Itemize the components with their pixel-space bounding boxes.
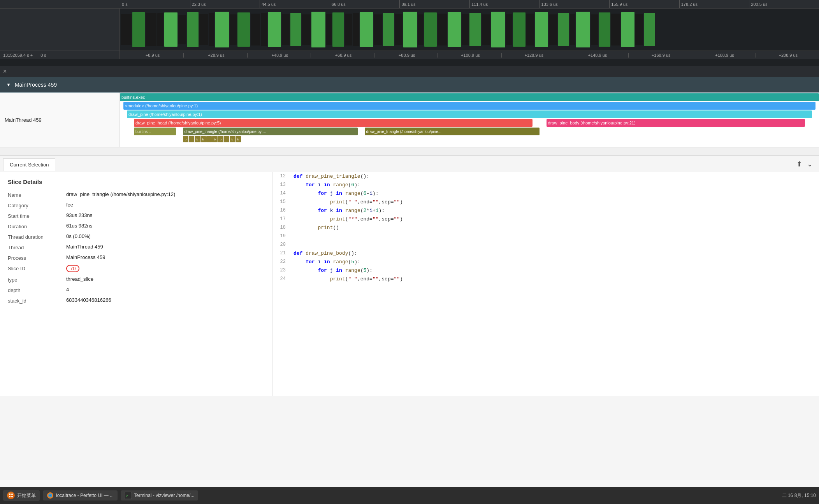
code-line-21: 21 def draw_pine_body(): <box>272 249 819 258</box>
line-num-13: 13 <box>272 181 292 187</box>
trace-bar-builtins-small-label: builtins... <box>135 130 151 134</box>
ruler-btick-10: +208.9 us <box>756 53 819 58</box>
trace-bar-draw-pine-head-label: draw_pine_head (/home/shiyanlou/pine.py:… <box>135 121 221 125</box>
line-num-20: 20 <box>272 241 292 247</box>
line-num-17: 17 <box>272 215 292 222</box>
ruler-btick-1: +28.9 us <box>183 53 247 58</box>
detail-label-slice-id: Slice ID <box>8 265 66 271</box>
detail-value-duration: 61us 982ns <box>66 223 264 229</box>
line-num-15: 15 <box>272 198 292 205</box>
ruler-btick-0: +8.9 us <box>120 53 183 58</box>
detail-value-start-time: 93us 233ns <box>66 212 264 218</box>
trace-bars[interactable]: builtins.exec <module> (/home/shiyanlou/… <box>120 93 819 147</box>
ruler-bottom-left: 13152059.4 s + 0 s <box>0 51 120 59</box>
thread-name: MainThread 459 <box>5 117 42 123</box>
trace-bar-draw-pine-body[interactable]: draw_pine_body (/home/shiyanlou/pine.py:… <box>547 119 805 127</box>
detail-row-process: Process MainProcess 459 <box>8 254 264 261</box>
line-num-22: 22 <box>272 258 292 264</box>
trace-bar-row-5: builtins... draw_pine_triangle (/home/sh… <box>120 128 819 136</box>
line-content-23: for j in range(5): <box>292 267 819 273</box>
line-num-12: 12 <box>272 173 292 179</box>
detail-row-thread: Thread MainThread 459 <box>8 244 264 250</box>
code-line-19: 19 <box>272 232 819 241</box>
timeline-ruler-bottom: 13152059.4 s + 0 s +8.9 us +28.9 us +48.… <box>0 51 819 59</box>
detail-label-type: type <box>8 276 66 283</box>
process-header[interactable]: ▼ MainProcess 459 <box>0 77 819 93</box>
detail-value-process: MainProcess 459 <box>66 254 264 260</box>
panel-content: Slice Details Name draw_pine_triangle (/… <box>0 172 819 396</box>
line-num-18: 18 <box>272 224 292 230</box>
current-selection-tab-label: Current Selection <box>10 162 49 168</box>
svg-point-2 <box>9 496 11 497</box>
detail-label-name: Name <box>8 191 66 198</box>
ruler-btick-9: +188.9 us <box>692 53 755 58</box>
detail-label-stack-id: stack_id <box>8 297 66 304</box>
line-content-12: def draw_pine_triangle(): <box>292 173 819 179</box>
trace-bar-module[interactable]: <module> (/home/shiyanlou/pine.py:1) <box>123 102 815 110</box>
trace-bar-draw-pine-head[interactable]: draw_pine_head (/home/shiyanlou/pine.py:… <box>134 119 533 127</box>
taskbar-firefox-item[interactable]: localtrace - Perfetto UI — ... <box>43 490 118 500</box>
trace-bar-builtins-exec-label: builtins.exec <box>121 95 145 100</box>
taskbar-start-button[interactable]: 开始菜单 <box>3 490 40 501</box>
ruler-tick-9: 200.5 us <box>749 0 819 8</box>
ruler-btick-4: +88.9 us <box>374 53 438 58</box>
trace-bar-draw-pine-body-label: draw_pine_body (/home/shiyanlou/pine.py:… <box>548 121 636 125</box>
detail-value-type: thread_slice <box>66 276 264 282</box>
current-selection-tab[interactable]: Current Selection <box>3 158 55 171</box>
ruler-btick-5: +108.9 us <box>438 53 501 58</box>
taskbar-datetime: 二 16 8月, 15:10 <box>782 492 816 499</box>
trace-bar-row-1: builtins.exec <box>120 93 819 102</box>
trace-bar-row-3: draw_pine (/home/shiyanlou/pine.py:1) <box>120 110 819 119</box>
code-line-20: 20 <box>272 241 819 249</box>
code-line-15: 15 print(" ",end="",sep="") <box>272 198 819 206</box>
detail-row-depth: depth 4 <box>8 287 264 293</box>
ruler-tick-7: 155.9 us <box>609 0 679 8</box>
line-content-20 <box>292 241 819 248</box>
detail-value-slice-id: 70 <box>66 265 264 272</box>
detail-row-thread-duration: Thread duration 0s (0.00%) <box>8 233 264 240</box>
detail-label-category: Category <box>8 202 66 208</box>
trace-label: MainThread 459 <box>0 93 120 147</box>
line-content-24: print(" ",end="",sep="") <box>292 275 819 282</box>
svg-point-1 <box>11 494 13 495</box>
svg-point-6 <box>49 495 51 496</box>
line-num-23: 23 <box>272 267 292 273</box>
panel-tab-icons: ⬆ ⌄ <box>796 160 816 168</box>
timeline-ruler-top: 0 s 22.3 us 44.5 us 66.8 us 89.1 us 111.… <box>0 0 819 9</box>
bottom-panel: Current Selection ⬆ ⌄ Slice Details Name… <box>0 155 819 396</box>
detail-row-stack-id: stack_id 6833440346816266 <box>8 297 264 304</box>
trace-bar-row-4: draw_pine_head (/home/shiyanlou/pine.py:… <box>120 119 819 128</box>
collapse-row[interactable]: × <box>0 66 819 77</box>
firefox-icon <box>47 492 54 499</box>
taskbar-datetime-label: 二 16 8月, 15:10 <box>782 493 816 498</box>
ruler-tick-6: 133.6 us <box>540 0 610 8</box>
pin-icon[interactable]: ⬆ <box>796 160 802 168</box>
ruler-btick-7: +148.9 us <box>565 53 628 58</box>
slice-details-title: Slice Details <box>8 178 264 185</box>
track-canvas[interactable] <box>120 9 819 51</box>
spacer <box>0 147 819 155</box>
ruler-tick-5: 111.4 us <box>469 0 540 8</box>
taskbar-terminal-item[interactable]: >_ Terminal - vizviewer /home/... <box>121 490 198 500</box>
terminal-icon: >_ <box>125 492 132 499</box>
code-line-23: 23 for j in range(5): <box>272 266 819 275</box>
detail-row-name: Name draw_pine_triangle (/home/shiyanlou… <box>8 191 264 198</box>
code-panel[interactable]: 12 def draw_pine_triangle(): 13 for i in… <box>272 172 819 396</box>
detail-value-thread: MainThread 459 <box>66 244 264 250</box>
line-content-21: def draw_pine_body(): <box>292 250 819 256</box>
trace-bar-builtins-exec[interactable]: builtins.exec <box>120 93 819 101</box>
timeline-area: 0 s 22.3 us 44.5 us 66.8 us 89.1 us 111.… <box>0 0 819 66</box>
trace-bar-draw-pine[interactable]: draw_pine (/home/shiyanlou/pine.py:1) <box>127 110 812 118</box>
trace-bar-builtins-small[interactable]: builtins... <box>134 128 176 135</box>
expand-icon[interactable]: ⌄ <box>807 160 813 168</box>
taskbar-terminal-label: Terminal - vizviewer /home/... <box>134 493 194 498</box>
svg-point-3 <box>11 496 13 497</box>
ruler-btick-6: +128.9 us <box>501 53 565 58</box>
code-line-14: 14 for j in range(6-i): <box>272 189 819 198</box>
detail-label-depth: depth <box>8 287 66 293</box>
svg-text:>_: >_ <box>126 494 131 498</box>
line-num-14: 14 <box>272 190 292 196</box>
ruler-btick-8: +168.9 us <box>628 53 692 58</box>
start-menu-icon <box>7 492 15 499</box>
detail-label-duration: Duration <box>8 223 66 229</box>
